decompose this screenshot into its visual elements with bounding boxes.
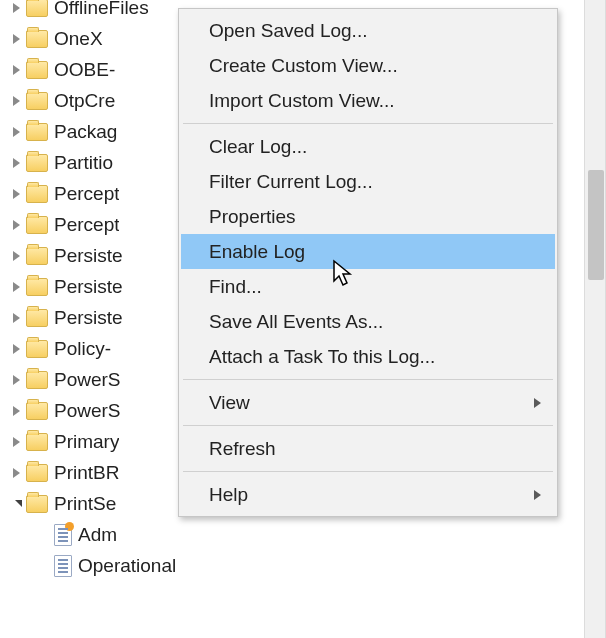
tree-item-label: Persiste (54, 276, 123, 298)
menu-separator (183, 123, 553, 124)
menu-item[interactable]: Refresh (181, 431, 555, 466)
tree-item-label: Primary (54, 431, 119, 453)
tree-item-label: PowerS (54, 369, 121, 391)
tree-item-label: Policy- (54, 338, 111, 360)
menu-item[interactable]: Enable Log (181, 234, 555, 269)
tree-item-label: OtpCre (54, 90, 115, 112)
chevron-right-icon[interactable] (8, 248, 24, 264)
menu-item-label: Filter Current Log... (209, 171, 373, 193)
menu-separator (183, 425, 553, 426)
folder-icon (26, 185, 48, 203)
menu-item[interactable]: View (181, 385, 555, 420)
tree-item-label: Persiste (54, 307, 123, 329)
chevron-right-icon[interactable] (8, 279, 24, 295)
menu-item-label: View (209, 392, 250, 414)
folder-icon (26, 309, 48, 327)
chevron-right-icon[interactable] (8, 372, 24, 388)
chevron-right-icon[interactable] (8, 217, 24, 233)
tree-item-label: Packag (54, 121, 117, 143)
menu-item[interactable]: Filter Current Log... (181, 164, 555, 199)
chevron-right-icon (534, 490, 541, 500)
menu-item-label: Refresh (209, 438, 276, 460)
tree-item-label: Partitio (54, 152, 113, 174)
menu-item[interactable]: Properties (181, 199, 555, 234)
menu-item[interactable]: Save All Events As... (181, 304, 555, 339)
tree-item-label: OfflineFiles (54, 0, 149, 19)
menu-item-label: Properties (209, 206, 296, 228)
tree-child-item[interactable]: Adm (8, 519, 606, 550)
context-menu: Open Saved Log...Create Custom View...Im… (178, 8, 558, 517)
chevron-right-icon[interactable] (8, 155, 24, 171)
tree-item-label: OneX (54, 28, 103, 50)
log-admin-icon (54, 524, 72, 546)
folder-icon (26, 340, 48, 358)
chevron-right-icon (534, 398, 541, 408)
folder-icon (26, 278, 48, 296)
folder-icon (26, 61, 48, 79)
folder-icon (26, 30, 48, 48)
chevron-right-icon[interactable] (8, 186, 24, 202)
folder-icon (26, 371, 48, 389)
tree-item-label: PowerS (54, 400, 121, 422)
chevron-right-icon[interactable] (8, 310, 24, 326)
tree-item-label: Persiste (54, 245, 123, 267)
menu-item[interactable]: Help (181, 477, 555, 512)
tree-item-label: PrintBR (54, 462, 119, 484)
tree-child-item[interactable]: Operational (8, 550, 606, 581)
tree-item-label: Percept (54, 214, 119, 236)
menu-separator (183, 471, 553, 472)
folder-icon (26, 0, 48, 17)
chevron-right-icon[interactable] (8, 0, 24, 16)
menu-item[interactable]: Open Saved Log... (181, 13, 555, 48)
chevron-right-icon[interactable] (8, 341, 24, 357)
menu-item-label: Import Custom View... (209, 90, 395, 112)
folder-icon (26, 123, 48, 141)
tree-child-label: Adm (78, 524, 117, 546)
menu-item-label: Find... (209, 276, 262, 298)
menu-item-label: Attach a Task To this Log... (209, 346, 435, 368)
tree-item-label: Percept (54, 183, 119, 205)
folder-icon (26, 495, 48, 513)
menu-item-label: Create Custom View... (209, 55, 398, 77)
menu-item-label: Help (209, 484, 248, 506)
menu-separator (183, 379, 553, 380)
tree-item-label: PrintSe (54, 493, 116, 515)
chevron-right-icon[interactable] (8, 465, 24, 481)
log-icon (54, 555, 72, 577)
chevron-right-icon[interactable] (8, 124, 24, 140)
menu-item[interactable]: Import Custom View... (181, 83, 555, 118)
menu-item[interactable]: Clear Log... (181, 129, 555, 164)
folder-icon (26, 402, 48, 420)
menu-item[interactable]: Find... (181, 269, 555, 304)
tree-item-label: OOBE- (54, 59, 115, 81)
folder-icon (26, 464, 48, 482)
menu-item-label: Save All Events As... (209, 311, 383, 333)
folder-icon (26, 216, 48, 234)
menu-item[interactable]: Attach a Task To this Log... (181, 339, 555, 374)
chevron-right-icon[interactable] (8, 93, 24, 109)
menu-item-label: Clear Log... (209, 136, 307, 158)
menu-item-label: Open Saved Log... (209, 20, 367, 42)
folder-icon (26, 433, 48, 451)
tree-child-label: Operational (78, 555, 176, 577)
menu-item[interactable]: Create Custom View... (181, 48, 555, 83)
folder-icon (26, 154, 48, 172)
folder-icon (26, 247, 48, 265)
folder-icon (26, 92, 48, 110)
chevron-right-icon[interactable] (8, 62, 24, 78)
menu-item-label: Enable Log (209, 241, 305, 263)
chevron-down-icon[interactable] (8, 496, 24, 512)
chevron-right-icon[interactable] (8, 434, 24, 450)
chevron-right-icon[interactable] (8, 31, 24, 47)
chevron-right-icon[interactable] (8, 403, 24, 419)
